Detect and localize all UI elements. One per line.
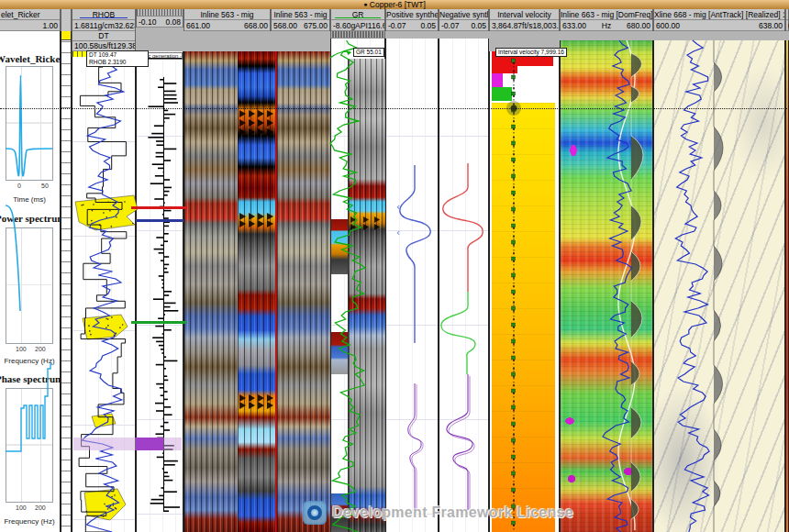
velocity-value-callout: Interval velocity 7,999.16 — [495, 48, 567, 57]
rhob-dt-curves — [75, 59, 138, 532]
well-section-window: ● Copper-6 [TWT] elet_Ricker 1.00 RHOB 1… — [0, 0, 789, 532]
dt-rhob-callout: DT 109.47 RHOB 2.3190 — [86, 50, 149, 67]
gr-value-callout: GR 55.01 — [353, 48, 384, 57]
gr-curve — [330, 40, 365, 532]
positive-synthetic-curves: ‹‹ — [396, 165, 430, 511]
negative-synthetic-curves — [441, 163, 483, 512]
curves-overlay: ‹‹ — [0, 0, 789, 532]
license-watermark: Development Framework License — [303, 501, 573, 525]
reflectivity-spikes — [73, 58, 186, 512]
svg-text:‹: ‹ — [396, 202, 400, 212]
ocean-logo-icon — [303, 501, 327, 525]
license-watermark-text: Development Framework License — [332, 504, 573, 521]
svg-text:‹: ‹ — [396, 227, 400, 238]
wavelet-plot-curves — [6, 75, 52, 451]
time-crosshair-line[interactable] — [0, 108, 789, 109]
seismic-annotations — [239, 51, 380, 532]
domfreq-curves — [603, 40, 643, 532]
xline-curves — [675, 40, 723, 532]
velocity-profile — [506, 51, 521, 532]
